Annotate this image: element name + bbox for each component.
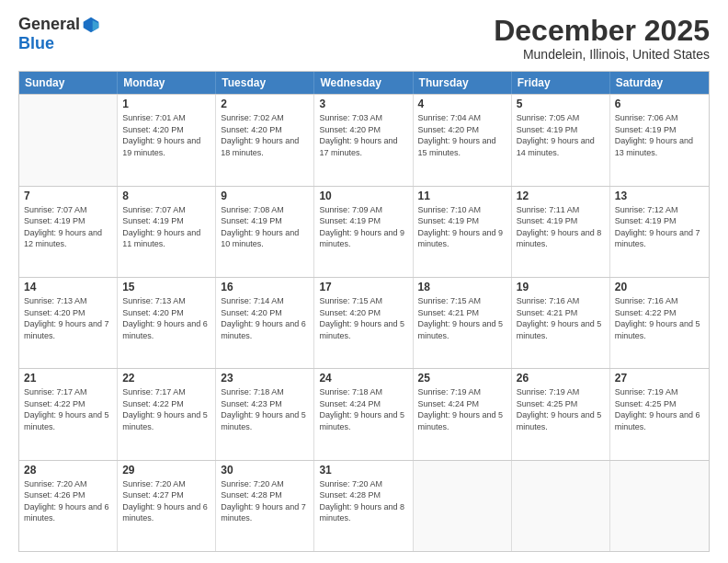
- day-25: 25Sunrise: 7:19 AM Sunset: 4:24 PM Dayli…: [414, 369, 512, 459]
- day-6: 6Sunrise: 7:06 AM Sunset: 4:19 PM Daylig…: [610, 95, 709, 185]
- day-number: 23: [221, 372, 309, 385]
- cell-info: Sunrise: 7:15 AM Sunset: 4:21 PM Dayligh…: [418, 295, 506, 341]
- calendar-body: 1Sunrise: 7:01 AM Sunset: 4:20 PM Daylig…: [19, 94, 709, 551]
- day-number: 5: [517, 98, 605, 110]
- cell-info: Sunrise: 7:19 AM Sunset: 4:25 PM Dayligh…: [615, 386, 704, 432]
- day-24: 24Sunrise: 7:18 AM Sunset: 4:24 PM Dayli…: [314, 369, 413, 459]
- cell-info: Sunrise: 7:07 AM Sunset: 4:19 PM Dayligh…: [24, 204, 112, 250]
- week-4: 21Sunrise: 7:17 AM Sunset: 4:22 PM Dayli…: [19, 368, 709, 459]
- cell-info: Sunrise: 7:18 AM Sunset: 4:23 PM Dayligh…: [221, 386, 309, 432]
- day-number: 1: [122, 98, 210, 110]
- day-number: 19: [517, 281, 605, 293]
- header-tuesday: Tuesday: [216, 72, 314, 94]
- header-wednesday: Wednesday: [314, 72, 413, 94]
- day-number: 24: [319, 372, 407, 385]
- day-number: 29: [122, 464, 210, 477]
- day-2: 2Sunrise: 7:02 AM Sunset: 4:20 PM Daylig…: [216, 95, 314, 185]
- day-13: 13Sunrise: 7:12 AM Sunset: 4:19 PM Dayli…: [610, 187, 709, 277]
- day-number: 2: [221, 98, 309, 110]
- cell-info: Sunrise: 7:12 AM Sunset: 4:19 PM Dayligh…: [615, 204, 704, 250]
- logo: General Blue: [18, 15, 100, 53]
- day-15: 15Sunrise: 7:13 AM Sunset: 4:20 PM Dayli…: [118, 278, 216, 368]
- day-23: 23Sunrise: 7:18 AM Sunset: 4:23 PM Dayli…: [216, 369, 314, 459]
- logo-icon: [82, 16, 100, 34]
- cell-info: Sunrise: 7:09 AM Sunset: 4:19 PM Dayligh…: [319, 204, 407, 250]
- day-7: 7Sunrise: 7:07 AM Sunset: 4:19 PM Daylig…: [19, 187, 118, 277]
- month-title: December 2025: [494, 15, 710, 47]
- day-number: 4: [418, 98, 506, 110]
- calendar: Sunday Monday Tuesday Wednesday Thursday…: [18, 71, 710, 552]
- logo-general: General: [18, 15, 80, 34]
- cell-info: Sunrise: 7:20 AM Sunset: 4:28 PM Dayligh…: [319, 478, 407, 524]
- day-16: 16Sunrise: 7:14 AM Sunset: 4:20 PM Dayli…: [216, 278, 314, 368]
- empty-cell: [610, 461, 709, 551]
- cell-info: Sunrise: 7:18 AM Sunset: 4:24 PM Dayligh…: [319, 386, 407, 432]
- week-3: 14Sunrise: 7:13 AM Sunset: 4:20 PM Dayli…: [19, 277, 709, 368]
- day-number: 7: [24, 190, 112, 202]
- day-30: 30Sunrise: 7:20 AM Sunset: 4:28 PM Dayli…: [216, 461, 314, 551]
- header: General Blue December 2025 Mundelein, Il…: [18, 15, 710, 62]
- day-19: 19Sunrise: 7:16 AM Sunset: 4:21 PM Dayli…: [512, 278, 610, 368]
- day-number: 30: [221, 464, 309, 477]
- day-number: 20: [615, 281, 704, 293]
- day-number: 28: [24, 464, 112, 477]
- cell-info: Sunrise: 7:08 AM Sunset: 4:19 PM Dayligh…: [221, 204, 309, 250]
- title-block: December 2025 Mundelein, Illinois, Unite…: [494, 15, 710, 62]
- week-5: 28Sunrise: 7:20 AM Sunset: 4:26 PM Dayli…: [19, 460, 709, 551]
- header-monday: Monday: [118, 72, 216, 94]
- day-number: 26: [517, 372, 605, 385]
- day-number: 3: [319, 98, 407, 110]
- week-1: 1Sunrise: 7:01 AM Sunset: 4:20 PM Daylig…: [19, 94, 709, 185]
- cell-info: Sunrise: 7:20 AM Sunset: 4:26 PM Dayligh…: [24, 478, 112, 524]
- cell-info: Sunrise: 7:07 AM Sunset: 4:19 PM Dayligh…: [122, 204, 210, 250]
- cell-info: Sunrise: 7:13 AM Sunset: 4:20 PM Dayligh…: [24, 295, 112, 341]
- day-4: 4Sunrise: 7:04 AM Sunset: 4:20 PM Daylig…: [414, 95, 512, 185]
- day-27: 27Sunrise: 7:19 AM Sunset: 4:25 PM Dayli…: [610, 369, 709, 459]
- day-number: 9: [221, 190, 309, 202]
- cell-info: Sunrise: 7:19 AM Sunset: 4:24 PM Dayligh…: [418, 386, 506, 432]
- cell-info: Sunrise: 7:20 AM Sunset: 4:27 PM Dayligh…: [122, 478, 210, 524]
- cell-info: Sunrise: 7:17 AM Sunset: 4:22 PM Dayligh…: [24, 386, 112, 432]
- day-20: 20Sunrise: 7:16 AM Sunset: 4:22 PM Dayli…: [610, 278, 709, 368]
- day-10: 10Sunrise: 7:09 AM Sunset: 4:19 PM Dayli…: [314, 187, 413, 277]
- header-sunday: Sunday: [19, 72, 118, 94]
- cell-info: Sunrise: 7:05 AM Sunset: 4:19 PM Dayligh…: [517, 112, 605, 158]
- cell-info: Sunrise: 7:14 AM Sunset: 4:20 PM Dayligh…: [221, 295, 309, 341]
- day-number: 10: [319, 190, 407, 202]
- cell-info: Sunrise: 7:04 AM Sunset: 4:20 PM Dayligh…: [418, 112, 506, 158]
- day-number: 8: [122, 190, 210, 202]
- cell-info: Sunrise: 7:03 AM Sunset: 4:20 PM Dayligh…: [319, 112, 407, 158]
- day-number: 27: [615, 372, 704, 385]
- day-number: 16: [221, 281, 309, 293]
- day-26: 26Sunrise: 7:19 AM Sunset: 4:25 PM Dayli…: [512, 369, 610, 459]
- empty-cell: [414, 461, 512, 551]
- cell-info: Sunrise: 7:20 AM Sunset: 4:28 PM Dayligh…: [221, 478, 309, 524]
- cell-info: Sunrise: 7:02 AM Sunset: 4:20 PM Dayligh…: [221, 112, 309, 158]
- day-22: 22Sunrise: 7:17 AM Sunset: 4:22 PM Dayli…: [118, 369, 216, 459]
- cell-info: Sunrise: 7:11 AM Sunset: 4:19 PM Dayligh…: [517, 204, 605, 250]
- cell-info: Sunrise: 7:19 AM Sunset: 4:25 PM Dayligh…: [517, 386, 605, 432]
- page: General Blue December 2025 Mundelein, Il…: [0, 0, 728, 563]
- header-friday: Friday: [512, 72, 610, 94]
- cell-info: Sunrise: 7:17 AM Sunset: 4:22 PM Dayligh…: [122, 386, 210, 432]
- cell-info: Sunrise: 7:10 AM Sunset: 4:19 PM Dayligh…: [418, 204, 506, 250]
- day-number: 14: [24, 281, 112, 293]
- day-29: 29Sunrise: 7:20 AM Sunset: 4:27 PM Dayli…: [118, 461, 216, 551]
- day-number: 15: [122, 281, 210, 293]
- day-31: 31Sunrise: 7:20 AM Sunset: 4:28 PM Dayli…: [314, 461, 413, 551]
- cell-info: Sunrise: 7:13 AM Sunset: 4:20 PM Dayligh…: [122, 295, 210, 341]
- header-saturday: Saturday: [610, 72, 709, 94]
- cell-info: Sunrise: 7:16 AM Sunset: 4:22 PM Dayligh…: [615, 295, 704, 341]
- day-number: 6: [615, 98, 704, 110]
- day-11: 11Sunrise: 7:10 AM Sunset: 4:19 PM Dayli…: [414, 187, 512, 277]
- day-number: 22: [122, 372, 210, 385]
- day-28: 28Sunrise: 7:20 AM Sunset: 4:26 PM Dayli…: [19, 461, 118, 551]
- day-14: 14Sunrise: 7:13 AM Sunset: 4:20 PM Dayli…: [19, 278, 118, 368]
- empty-cell: [512, 461, 610, 551]
- day-number: 31: [319, 464, 407, 477]
- day-number: 25: [418, 372, 506, 385]
- day-number: 12: [517, 190, 605, 202]
- day-12: 12Sunrise: 7:11 AM Sunset: 4:19 PM Dayli…: [512, 187, 610, 277]
- cell-info: Sunrise: 7:01 AM Sunset: 4:20 PM Dayligh…: [122, 112, 210, 158]
- day-3: 3Sunrise: 7:03 AM Sunset: 4:20 PM Daylig…: [314, 95, 413, 185]
